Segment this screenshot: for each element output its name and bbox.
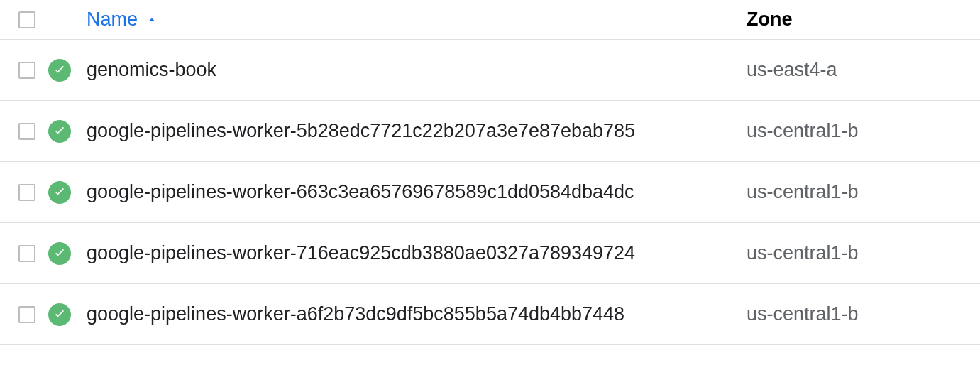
select-all-checkbox[interactable] [18,11,35,28]
status-running-icon [48,303,71,326]
sort-ascending-icon [145,13,159,27]
row-checkbox[interactable] [18,62,35,79]
table-header-row: Name Zone [0,0,980,40]
row-checkbox[interactable] [18,306,35,323]
status-running-icon [48,181,71,204]
status-running-icon [48,59,71,82]
table-row: google-pipelines-worker-663c3ea657696785… [0,162,980,223]
instance-name-link[interactable]: google-pipelines-worker-663c3ea657696785… [87,181,634,203]
row-checkbox[interactable] [18,123,35,140]
status-running-icon [48,242,71,265]
column-header-name[interactable]: Name [87,9,747,31]
column-header-zone[interactable]: Zone [747,9,974,31]
column-header-name-label: Name [87,9,138,31]
instance-zone: us-central1-b [747,181,974,203]
instance-zone: us-central1-b [747,120,974,142]
table-row: genomics-book us-east4-a [0,40,980,101]
row-checkbox[interactable] [18,245,35,262]
table-row: google-pipelines-worker-5b28edc7721c22b2… [0,101,980,162]
status-running-icon [48,120,71,143]
table-row: google-pipelines-worker-716eac925cdb3880… [0,223,980,284]
row-checkbox[interactable] [18,184,35,201]
instance-name-link[interactable]: google-pipelines-worker-a6f2b73dc9df5bc8… [87,303,624,325]
instance-name-link[interactable]: google-pipelines-worker-5b28edc7721c22b2… [87,120,635,142]
instance-zone: us-central1-b [747,303,974,325]
table-row: google-pipelines-worker-a6f2b73dc9df5bc8… [0,284,980,345]
vm-instances-table: Name Zone genomics-book us-east4-a [0,0,980,345]
instance-name-link[interactable]: genomics-book [87,59,216,81]
instance-name-link[interactable]: google-pipelines-worker-716eac925cdb3880… [87,242,635,264]
column-header-zone-label: Zone [747,9,793,30]
instance-zone: us-east4-a [747,59,974,81]
instance-zone: us-central1-b [747,242,974,264]
